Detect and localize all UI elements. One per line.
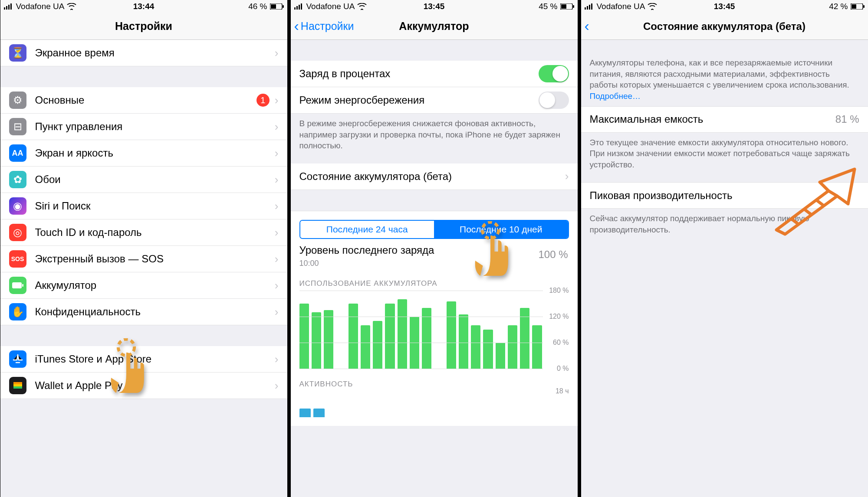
svg-rect-14 (296, 6, 298, 10)
signal-icon (4, 3, 13, 10)
lpm-footer: В режиме энергосбережения снижается фоно… (291, 114, 578, 156)
row-battery[interactable]: Аккумулятор › (0, 272, 287, 299)
chart-bar (361, 325, 370, 369)
chevron-right-icon: › (275, 353, 279, 366)
switch-low-power-mode[interactable] (539, 92, 569, 109)
learn-more-link[interactable]: Подробнее… (590, 92, 641, 101)
svg-rect-3 (10, 3, 12, 10)
back-button[interactable]: ‹ Настройки (291, 20, 354, 33)
row-wallpaper[interactable]: ✿ Обои › (0, 167, 287, 193)
row-wallet[interactable]: Wallet и Apple Pay › (0, 373, 287, 399)
sliders-icon: ⊟ (9, 118, 26, 135)
row-sos[interactable]: SOS Экстренный вызов — SOS › (0, 246, 287, 272)
chevron-right-icon: › (275, 379, 279, 392)
battery-row-icon (9, 277, 26, 294)
screen-battery-health: Vodafone UA 13:45 42 % ‹ Состояние аккум… (581, 0, 868, 497)
chart-bar (459, 314, 468, 369)
segment-24h[interactable]: Последние 24 часа (300, 221, 434, 238)
row-battery-percentage[interactable]: Заряд в процентах (291, 61, 578, 87)
row-label: Siri и Поиск (35, 200, 275, 212)
svg-rect-1 (6, 6, 7, 10)
row-label: Wallet и Apple Pay (35, 379, 275, 392)
chevron-right-icon: › (275, 279, 279, 292)
row-itunes[interactable]: iTunes Store и App Store › (0, 346, 287, 373)
chart-bar (299, 409, 311, 417)
row-general[interactable]: ⚙ Основные 1 › (0, 87, 287, 114)
battery-pct: 45 % (539, 2, 557, 11)
row-battery-health[interactable]: Состояние аккумулятора (бета) › (291, 163, 578, 190)
svg-rect-18 (561, 4, 566, 9)
segmented-control[interactable]: Последние 24 часа Последние 10 дней (299, 220, 569, 239)
status-bar: Vodafone UA 13:44 46 % (0, 0, 287, 13)
row-touchid[interactable]: ◎ Touch ID и код-пароль › (0, 219, 287, 246)
nav-bar: ‹ Состояние аккумулятора (бета) (581, 13, 868, 40)
clock: 13:45 (714, 2, 735, 11)
chevron-right-icon: › (275, 173, 279, 186)
svg-rect-11 (13, 386, 22, 389)
battery-icon (851, 3, 865, 10)
segment-10d[interactable]: Последние 10 дней (434, 221, 568, 238)
chevron-right-icon: › (275, 120, 279, 134)
nav-title: Состояние аккумулятора (бета) (581, 20, 868, 33)
wifi-icon (648, 3, 657, 10)
svg-rect-16 (301, 3, 302, 10)
max-capacity-value: 81 % (835, 113, 859, 125)
svg-rect-24 (591, 3, 592, 10)
chevron-right-icon: › (275, 226, 279, 239)
chevron-right-icon: › (275, 252, 279, 266)
chart-bar (373, 321, 382, 369)
row-low-power-mode[interactable]: Режим энергосбережения (291, 87, 578, 114)
last-charge-label: Уровень последнего заряда (291, 244, 464, 259)
row-peak-performance: Пиковая производительность (581, 182, 868, 209)
chart-bar (520, 308, 529, 369)
row-control-center[interactable]: ⊟ Пункт управления › (0, 114, 287, 140)
gear-icon: ⚙ (9, 92, 26, 109)
siri-icon: ◉ (9, 197, 26, 215)
row-label: Заряд в процентах (299, 68, 539, 80)
wifi-icon (357, 3, 367, 10)
svg-rect-15 (299, 5, 300, 10)
chart-bar (496, 343, 505, 369)
row-label: Аккумулятор (35, 279, 275, 291)
row-label: Состояние аккумулятора (бета) (299, 170, 565, 183)
carrier-label: Vodafone UA (597, 2, 645, 11)
hourglass-icon: ⏳ (9, 44, 26, 62)
row-label: Touch ID и код-пароль (35, 226, 275, 239)
row-label: Экстренный вызов — SOS (35, 253, 275, 265)
svg-rect-0 (4, 7, 5, 10)
chart-bar (299, 304, 309, 369)
row-label: Пиковая производительность (590, 190, 859, 202)
svg-rect-2 (8, 5, 10, 10)
row-siri[interactable]: ◉ Siri и Поиск › (0, 193, 287, 219)
row-label: Пункт управления (35, 121, 275, 133)
chart-bar (349, 304, 358, 369)
svg-rect-9 (13, 382, 22, 384)
chart-bar (313, 409, 325, 417)
svg-rect-6 (283, 5, 284, 8)
nav-bar: ‹ Настройки Аккумулятор (291, 13, 578, 40)
aa-icon: AA (9, 144, 26, 162)
carrier-label: Vodafone UA (306, 2, 355, 11)
intro-text: Аккумуляторы телефона, как и все перезар… (581, 40, 868, 106)
peak-footer: Сейчас аккумулятор поддерживает нормальн… (581, 209, 868, 239)
chart-bar (312, 312, 321, 369)
signal-icon (294, 3, 304, 10)
svg-rect-23 (589, 5, 590, 10)
chart-bar (471, 325, 480, 369)
switch-battery-percentage[interactable] (539, 65, 569, 82)
battery-pct: 46 % (248, 2, 267, 11)
chart-bar (532, 325, 542, 369)
row-privacy[interactable]: ✋ Конфиденциальность › (0, 299, 287, 325)
chevron-right-icon: › (275, 147, 279, 160)
chevron-right-icon: › (565, 170, 569, 183)
chart-bar (422, 308, 431, 369)
chart-bar (447, 301, 456, 369)
svg-rect-26 (852, 4, 856, 9)
row-display[interactable]: AA Экран и яркость › (0, 140, 287, 167)
svg-rect-22 (587, 6, 588, 10)
last-charge-time: 10:00 (291, 259, 578, 271)
row-screen-time[interactable]: ⏳ Экранное время › (0, 40, 287, 66)
status-bar: Vodafone UA 13:45 42 % (581, 0, 868, 13)
usage-chart-label: ИСПОЛЬЗОВАНИЕ АККУМУЛЯТОРА (291, 275, 578, 291)
usage-chart: 0 %60 %120 %180 % (299, 291, 569, 369)
